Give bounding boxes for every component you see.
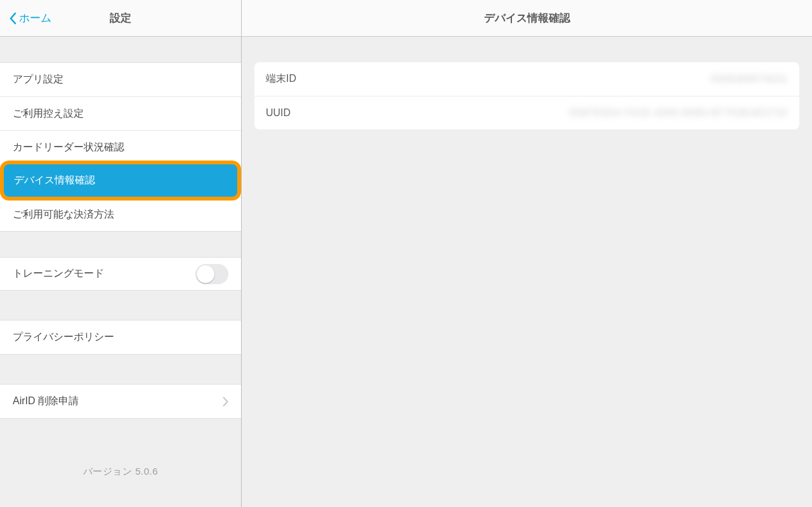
menu-item-payment-methods[interactable]: ご利用可能な決済方法 [0, 197, 241, 231]
menu-item-privacy-policy[interactable]: プライバシーポリシー [0, 320, 241, 354]
menu-item-app-settings[interactable]: アプリ設定 [0, 63, 241, 96]
terminal-id-label: 端末ID [266, 72, 296, 86]
menu-item-label: ご利用控え設定 [13, 107, 84, 121]
menu-item-airid-delete[interactable]: AirID 削除申請 [0, 385, 241, 418]
menu-item-device-info[interactable]: デバイス情報確認 [0, 164, 241, 197]
menu-item-label: アプリ設定 [13, 73, 63, 86]
back-home-button[interactable]: ホーム [0, 11, 51, 25]
chevron-right-icon [223, 397, 228, 407]
detail-pane: デバイス情報確認 端末ID 5508369074031 UUID D587E55… [242, 0, 812, 507]
settings-menu-group-1: アプリ設定 ご利用控え設定 カードリーダー状況確認 デバイス情報確認 ご利用可能… [0, 62, 241, 232]
menu-item-label: AirID 削除申請 [13, 395, 79, 408]
info-row-terminal-id: 端末ID 5508369074031 [254, 62, 799, 96]
training-mode-label: トレーニングモード [13, 267, 104, 280]
sidebar-header: ホーム 設定 [0, 0, 241, 37]
device-info-card: 端末ID 5508369074031 UUID D587E55A-FA1E-43… [254, 62, 799, 129]
terminal-id-value: 5508369074031 [710, 74, 788, 85]
selected-highlight: デバイス情報確認 [0, 161, 241, 201]
menu-item-training-mode: トレーニングモード [0, 257, 241, 291]
chevron-left-icon [9, 12, 16, 25]
menu-item-label: カードリーダー状況確認 [13, 141, 124, 154]
menu-item-receipt-settings[interactable]: ご利用控え設定 [0, 96, 241, 130]
info-row-uuid: UUID D587E55A-FA1E-4340-9AB3-B7703EAE573… [254, 96, 799, 129]
detail-header: デバイス情報確認 [242, 0, 812, 37]
uuid-label: UUID [266, 107, 291, 119]
menu-item-label: デバイス情報確認 [14, 174, 95, 187]
toggle-knob [197, 265, 214, 283]
uuid-value: D587E55A-FA1E-4340-9AB3-B7703EAE5732 [570, 107, 788, 119]
back-home-label: ホーム [19, 11, 51, 25]
training-mode-toggle[interactable] [195, 264, 228, 284]
menu-item-label: プライバシーポリシー [13, 331, 114, 344]
version-label: バージョン 5.0.6 [0, 466, 241, 478]
menu-item-card-reader-status[interactable]: カードリーダー状況確認 [0, 130, 241, 164]
menu-item-label: ご利用可能な決済方法 [13, 208, 114, 221]
settings-sidebar: ホーム 設定 アプリ設定 ご利用控え設定 カードリーダー状況確認 デバイス情報確… [0, 0, 242, 507]
detail-title: デバイス情報確認 [484, 11, 570, 25]
